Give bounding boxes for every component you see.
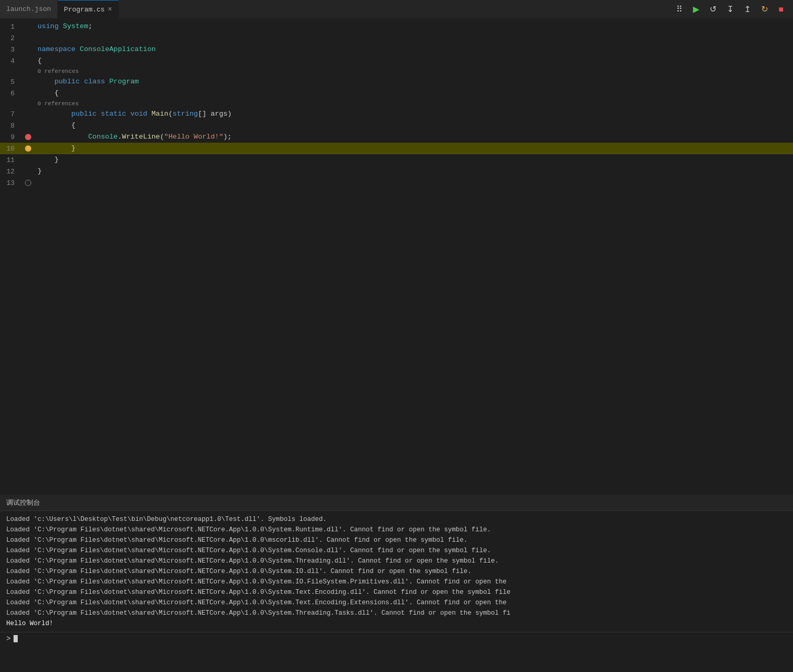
debug-line-1: Loaded 'C:\Program Files\dotnet\shared\M… — [6, 525, 787, 535]
debug-line-5: Loaded 'C:\Program Files\dotnet\shared\M… — [6, 566, 787, 577]
line-number-2: 2 — [0, 34, 23, 42]
line-gutter-10[interactable] — [23, 145, 33, 152]
breakpoint-yellow-10 — [25, 145, 31, 152]
debug-prompt: > — [6, 634, 10, 643]
code-line-1: 1using System; — [0, 21, 793, 32]
line-number-12: 12 — [0, 168, 23, 176]
line-gutter-13[interactable] — [23, 180, 33, 186]
code-content-8: { — [33, 120, 76, 131]
token: } — [38, 144, 76, 152]
token — [38, 78, 54, 85]
token: ConsoleApplication — [80, 45, 156, 53]
debug-line-6: Loaded 'C:\Program Files\dotnet\shared\M… — [6, 577, 787, 587]
token: args — [210, 110, 227, 118]
code-line-5: 5 public class Program — [0, 76, 793, 88]
code-content-10: } — [33, 143, 76, 154]
tab-program-cs-label: Program.cs — [64, 6, 105, 14]
code-content-6: { — [33, 88, 59, 99]
code-content-3: namespace ConsoleApplication — [33, 44, 156, 55]
code-line-10: 10 } — [0, 143, 793, 154]
close-tab-icon[interactable]: × — [108, 5, 112, 14]
step-over-button[interactable]: ↺ — [707, 2, 720, 16]
line-number-10: 10 — [0, 145, 23, 153]
line-number-9: 9 — [0, 133, 23, 141]
debug-line-10: Hello World! — [6, 618, 787, 629]
token: } — [38, 167, 42, 175]
hint-text-7: 0 references — [0, 99, 793, 108]
token: public — [71, 110, 97, 118]
token: public — [54, 78, 80, 85]
token: { — [38, 121, 76, 129]
token: "Hello World!" — [164, 133, 223, 141]
line-number-1: 1 — [0, 23, 23, 31]
line-gutter-9[interactable] — [23, 134, 33, 140]
token: System — [63, 22, 89, 30]
token: ) — [228, 110, 232, 118]
line-number-7: 7 — [0, 110, 23, 118]
token: . — [118, 133, 122, 141]
restart-button[interactable]: ↻ — [758, 2, 771, 16]
token: class — [84, 78, 105, 85]
token — [76, 45, 80, 53]
token: static — [101, 110, 127, 118]
debug-area: 调试控制台 Loaded 'c:\Users\l\Desktop\Test\bi… — [0, 495, 793, 672]
debug-cursor — [14, 635, 18, 642]
code-editor[interactable]: 1using System;23namespace ConsoleApplica… — [0, 19, 793, 189]
token — [80, 78, 84, 85]
code-line-8: 8 { — [0, 120, 793, 131]
token — [38, 133, 88, 141]
debug-toolbar: ⠿ ▶ ↺ ↧ ↥ ↻ ■ — [673, 2, 793, 16]
tab-bar: launch.json Program.cs × ⠿ ▶ ↺ ↧ ↥ ↻ ■ — [0, 0, 793, 19]
code-line-12: 12} — [0, 166, 793, 177]
debug-output: Loaded 'c:\Users\l\Desktop\Test\bin\Debu… — [0, 511, 793, 632]
code-content-11: } — [33, 154, 59, 166]
code-line-4: 4{ — [0, 55, 793, 67]
tab-launch-json[interactable]: launch.json — [0, 0, 58, 18]
token: { — [38, 57, 42, 65]
token — [147, 110, 152, 118]
token: Program — [109, 78, 139, 85]
code-line-7: 7 public static void Main(string[] args) — [0, 108, 793, 120]
line-number-11: 11 — [0, 156, 23, 164]
code-line-2: 2 — [0, 32, 793, 44]
debug-console-header: 调试控制台 — [0, 495, 793, 511]
grid-button[interactable]: ⠿ — [673, 2, 686, 16]
token: string — [172, 110, 198, 118]
code-content-7: public static void Main(string[] args) — [33, 108, 232, 120]
line-number-8: 8 — [0, 122, 23, 130]
stop-button[interactable]: ■ — [775, 3, 787, 16]
token: [] — [198, 110, 210, 118]
main-area: 1using System;23namespace ConsoleApplica… — [0, 19, 793, 672]
token: } — [38, 156, 59, 164]
code-line-13: 13 — [0, 177, 793, 189]
debug-input-line[interactable]: > — [0, 632, 793, 645]
token: using — [38, 22, 59, 30]
code-content-5: public class Program — [33, 76, 139, 88]
token: ; — [88, 22, 92, 30]
token: void — [130, 110, 147, 118]
line-number-3: 3 — [0, 46, 23, 54]
token: Main — [152, 110, 168, 118]
debug-line-2: Loaded 'C:\Program Files\dotnet\shared\M… — [6, 535, 787, 545]
breakpoint-red-9 — [25, 134, 31, 140]
code-content-1: using System; — [33, 21, 92, 32]
token: ); — [224, 133, 232, 141]
token — [105, 78, 109, 85]
token: ( — [160, 133, 164, 141]
code-line-11: 11 } — [0, 154, 793, 166]
step-into-button[interactable]: ↧ — [724, 2, 737, 16]
tab-program-cs[interactable]: Program.cs × — [58, 0, 119, 18]
line-number-13: 13 — [0, 179, 23, 187]
tab-launch-json-label: launch.json — [6, 5, 51, 13]
continue-button[interactable]: ▶ — [690, 2, 702, 16]
line-number-5: 5 — [0, 78, 23, 86]
debug-line-3: Loaded 'C:\Program Files\dotnet\shared\M… — [6, 545, 787, 556]
code-content-9: Console.WriteLine("Hello World!"); — [33, 131, 232, 143]
step-out-button[interactable]: ↥ — [741, 2, 754, 16]
debug-line-4: Loaded 'C:\Program Files\dotnet\shared\M… — [6, 556, 787, 566]
code-content-12: } — [33, 166, 42, 177]
token: Console — [88, 133, 118, 141]
debug-line-9: Loaded 'C:\Program Files\dotnet\shared\M… — [6, 608, 787, 618]
line-number-6: 6 — [0, 90, 23, 97]
token: WriteLine — [122, 133, 160, 141]
